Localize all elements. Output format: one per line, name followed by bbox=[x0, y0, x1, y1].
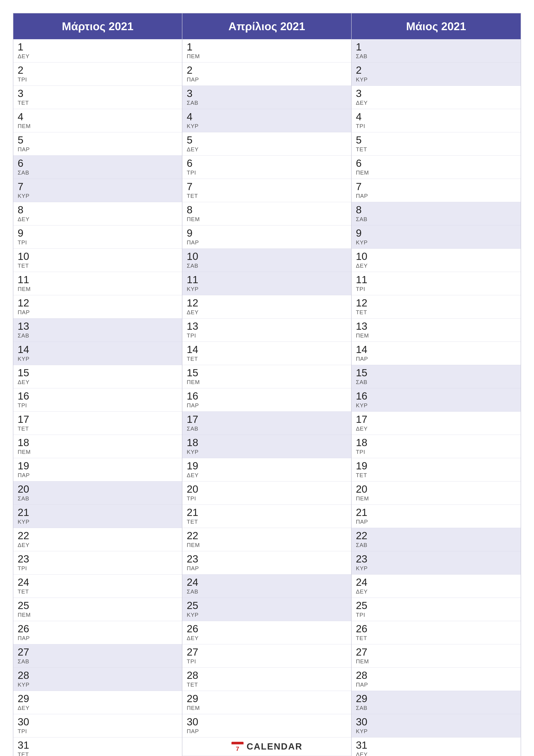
day-name: ΠΑΡ bbox=[187, 402, 347, 409]
day-number: 20 bbox=[18, 484, 178, 494]
day-name: ΔΕΥ bbox=[18, 53, 178, 60]
day-cell: 18ΚΥΡ bbox=[182, 435, 351, 458]
day-name: ΔΕΥ bbox=[187, 146, 347, 153]
day-number: 9 bbox=[187, 228, 347, 238]
day-cell: 8ΠΕΜ bbox=[182, 202, 351, 226]
day-cell: 5ΤΕΤ bbox=[352, 132, 521, 156]
day-name: ΤΕΤ bbox=[18, 588, 178, 595]
day-cell: 22ΣΑΒ bbox=[352, 528, 521, 551]
day-number: 24 bbox=[356, 577, 516, 587]
day-name: ΣΑΒ bbox=[187, 425, 347, 432]
day-cell: 15ΣΑΒ bbox=[352, 365, 521, 388]
calendar-logo-icon: 7 bbox=[231, 740, 244, 753]
svg-text:7: 7 bbox=[236, 745, 239, 752]
day-cell: 7ΠΑΡ bbox=[352, 179, 521, 202]
day-name: ΤΕΤ bbox=[356, 309, 516, 316]
day-number: 16 bbox=[356, 391, 516, 401]
day-number: 30 bbox=[356, 717, 516, 727]
day-cell: 6ΣΑΒ bbox=[13, 156, 182, 179]
day-name: ΤΕΤ bbox=[356, 146, 516, 153]
day-cell: 28ΤΕΤ bbox=[182, 668, 351, 691]
day-cell: 13ΠΕΜ bbox=[352, 318, 521, 342]
day-name: ΤΕΤ bbox=[187, 193, 347, 199]
day-name: ΠΑΡ bbox=[356, 356, 516, 362]
day-cell: 27ΠΕΜ bbox=[352, 644, 521, 668]
month-column-2: 1ΣΑΒ2ΚΥΡ3ΔΕΥ4ΤΡΙ5ΤΕΤ6ΠΕΜ7ΠΑΡ8ΣΑΒ9ΚΥΡ10ΔΕ… bbox=[352, 39, 521, 756]
day-number: 15 bbox=[356, 368, 516, 378]
day-number: 17 bbox=[187, 414, 347, 424]
day-name: ΤΡΙ bbox=[187, 332, 347, 339]
day-name: ΚΥΡ bbox=[356, 402, 516, 409]
month-header-2: Μάιος 2021 bbox=[352, 14, 521, 39]
day-name: ΔΕΥ bbox=[187, 635, 347, 641]
day-name: ΤΕΤ bbox=[18, 262, 178, 269]
day-cell: 14ΤΕΤ bbox=[182, 342, 351, 365]
day-number: 13 bbox=[187, 321, 347, 332]
day-cell: 8ΣΑΒ bbox=[352, 202, 521, 226]
day-number: 23 bbox=[356, 554, 516, 564]
day-cell: 4ΠΕΜ bbox=[13, 109, 182, 132]
day-name: ΠΑΡ bbox=[187, 76, 347, 83]
day-cell: 21ΠΑΡ bbox=[352, 505, 521, 528]
day-name: ΠΕΜ bbox=[18, 449, 178, 455]
day-cell: 15ΠΕΜ bbox=[182, 365, 351, 388]
day-name: ΠΕΜ bbox=[187, 53, 347, 60]
day-cell: 28ΠΑΡ bbox=[352, 668, 521, 691]
day-cell: 11ΠΕΜ bbox=[13, 272, 182, 295]
day-cell: 10ΔΕΥ bbox=[352, 249, 521, 272]
day-cell: 7ΤΕΤ bbox=[182, 179, 351, 202]
day-number: 7 bbox=[356, 181, 516, 192]
day-number: 19 bbox=[187, 461, 347, 471]
day-cell: 5ΠΑΡ bbox=[13, 132, 182, 156]
day-number: 2 bbox=[356, 65, 516, 75]
day-number: 20 bbox=[356, 484, 516, 494]
day-number: 9 bbox=[356, 228, 516, 238]
day-number: 3 bbox=[356, 88, 516, 99]
day-name: ΤΡΙ bbox=[18, 565, 178, 572]
day-cell: 25ΚΥΡ bbox=[182, 598, 351, 621]
day-name: ΚΥΡ bbox=[18, 682, 178, 688]
day-cell: 5ΔΕΥ bbox=[182, 132, 351, 156]
day-cell: 15ΔΕΥ bbox=[13, 365, 182, 388]
month-column-1: 1ΠΕΜ2ΠΑΡ3ΣΑΒ4ΚΥΡ5ΔΕΥ6ΤΡΙ7ΤΕΤ8ΠΕΜ9ΠΑΡ10ΣΑ… bbox=[182, 39, 351, 756]
day-name: ΠΑΡ bbox=[18, 146, 178, 153]
day-name: ΤΕΤ bbox=[187, 682, 347, 688]
day-name: ΤΕΤ bbox=[356, 635, 516, 641]
day-number: 8 bbox=[187, 205, 347, 215]
day-number: 6 bbox=[187, 158, 347, 169]
day-number: 20 bbox=[187, 484, 347, 494]
day-cell: 1ΣΑΒ bbox=[352, 39, 521, 63]
day-cell: 26ΠΑΡ bbox=[13, 621, 182, 644]
day-number: 14 bbox=[356, 344, 516, 355]
day-cell: 29ΠΕΜ bbox=[182, 691, 351, 714]
day-name: ΚΥΡ bbox=[187, 611, 347, 618]
day-cell: 10ΤΕΤ bbox=[13, 249, 182, 272]
day-cell: 14ΚΥΡ bbox=[13, 342, 182, 365]
day-cell: 31ΤΕΤ bbox=[13, 738, 182, 756]
day-number: 2 bbox=[187, 65, 347, 75]
day-name: ΣΑΒ bbox=[356, 542, 516, 549]
day-name: ΠΑΡ bbox=[356, 682, 516, 688]
day-cell: 16ΚΥΡ bbox=[352, 388, 521, 412]
day-number: 11 bbox=[356, 275, 516, 285]
day-name: ΣΑΒ bbox=[18, 495, 178, 502]
day-name: ΠΕΜ bbox=[187, 379, 347, 386]
day-name: ΚΥΡ bbox=[18, 519, 178, 525]
day-cell: 2ΠΑΡ bbox=[182, 63, 351, 86]
month-header-0: Μάρτιος 2021 bbox=[13, 14, 182, 39]
day-number: 15 bbox=[187, 368, 347, 378]
day-number: 13 bbox=[356, 321, 516, 332]
day-name: ΤΕΤ bbox=[187, 356, 347, 362]
day-name: ΤΡΙ bbox=[187, 658, 347, 665]
day-cell: 10ΣΑΒ bbox=[182, 249, 351, 272]
month-header-1: Απρίλιος 2021 bbox=[182, 14, 351, 39]
day-number: 16 bbox=[187, 391, 347, 401]
day-name: ΤΡΙ bbox=[18, 76, 178, 83]
day-number: 25 bbox=[18, 600, 178, 611]
day-name: ΔΕΥ bbox=[18, 379, 178, 386]
day-number: 27 bbox=[18, 647, 178, 657]
logo-text: CALENDAR bbox=[246, 741, 302, 752]
day-name: ΣΑΒ bbox=[356, 216, 516, 223]
day-name: ΣΑΒ bbox=[356, 379, 516, 386]
day-name: ΠΑΡ bbox=[187, 565, 347, 572]
